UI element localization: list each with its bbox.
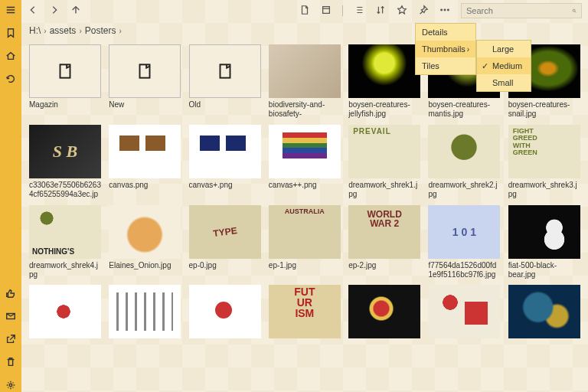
item-label: Elaines_Onion.jpg <box>109 261 181 270</box>
file-grid: MagazinNewOldbiodiversity-and-biosafety-… <box>21 40 588 392</box>
settings-icon[interactable] <box>5 380 16 392</box>
thumbnail <box>189 125 261 178</box>
file-item[interactable]: biodiversity-and-biosafety-awareness... <box>269 44 341 119</box>
top-toolbar <box>21 0 588 21</box>
folder-icon <box>189 44 261 98</box>
thumbnail <box>269 205 341 259</box>
svg-point-5 <box>448 9 449 11</box>
thumbnail <box>269 125 341 178</box>
mail-icon[interactable] <box>5 311 16 323</box>
search-icon <box>572 5 577 16</box>
file-item[interactable] <box>348 285 420 341</box>
svg-point-1 <box>9 384 12 387</box>
file-item[interactable] <box>428 285 500 341</box>
item-label: dreamwork_shrek2.jpg <box>428 181 500 198</box>
thumbnail <box>109 125 181 178</box>
thumbnail <box>428 125 500 178</box>
file-item[interactable]: canvas+.png <box>189 125 261 199</box>
item-label: New <box>109 100 181 109</box>
thumbnail <box>348 285 420 338</box>
size-medium[interactable]: ✓Medium <box>477 57 531 74</box>
view-menu-details[interactable]: Details <box>416 24 475 41</box>
file-item[interactable]: dreamwork_shrek2.jpg <box>428 125 500 199</box>
item-label: dreamwork_shrek1.jpg <box>348 181 420 198</box>
file-item[interactable]: canvas++.png <box>269 125 341 199</box>
thumbnail <box>29 205 101 259</box>
file-item[interactable] <box>269 285 341 341</box>
bookmark-icon[interactable] <box>5 28 16 40</box>
item-label: ep-0.jpg <box>189 261 261 270</box>
file-item[interactable]: ep-0.jpg <box>189 205 261 279</box>
file-item[interactable]: c33063e75506b62634cf65255994a3ec.jpg <box>29 125 101 199</box>
check-icon: ✓ <box>482 61 489 71</box>
home-icon[interactable] <box>5 51 16 63</box>
file-item[interactable]: dreamwork_shrek1.jpg <box>348 125 420 199</box>
item-label: fiat-500-black-bear.jpg <box>508 261 580 279</box>
forward-icon[interactable] <box>49 5 60 17</box>
view-menu-thumbnails[interactable]: Thumbnails› <box>416 41 475 57</box>
trash-icon[interactable] <box>5 357 16 369</box>
thumbnail <box>109 285 181 338</box>
pin-icon[interactable] <box>418 5 429 17</box>
item-label: Magazin <box>29 100 101 109</box>
folder-item[interactable]: Old <box>189 44 261 119</box>
item-label: c33063e75506b62634cf65255994a3ec.jpg <box>29 181 101 199</box>
item-label: canvas++.png <box>269 181 341 190</box>
svg-point-4 <box>444 9 446 11</box>
folder-icon <box>109 44 181 98</box>
refresh-icon[interactable] <box>5 74 16 86</box>
file-item[interactable]: dreamwork_shrek4.jpg <box>29 205 101 279</box>
new-window-icon[interactable] <box>321 5 332 17</box>
like-icon[interactable] <box>5 288 16 300</box>
file-item[interactable] <box>508 285 580 341</box>
file-item[interactable]: Elaines_Onion.jpg <box>109 205 181 279</box>
thumbnail <box>189 285 261 338</box>
thumbnail <box>428 285 500 338</box>
item-label: biodiversity-and-biosafety-awareness... <box>269 100 341 119</box>
crumb-assets[interactable]: assets <box>50 25 77 36</box>
view-menu[interactable]: Details Thumbnails› Tiles <box>415 23 476 75</box>
file-item[interactable] <box>109 285 181 341</box>
thumbnail <box>109 205 181 259</box>
folder-item[interactable]: New <box>109 44 181 119</box>
chevron-right-icon: › <box>467 45 469 54</box>
size-submenu[interactable]: Large ✓Medium Small <box>476 40 531 92</box>
item-label: ep-1.jpg <box>269 261 341 270</box>
file-item[interactable]: fiat-500-black-bear.jpg <box>508 205 580 279</box>
more-icon[interactable] <box>439 5 450 17</box>
size-small[interactable]: Small <box>477 74 531 91</box>
size-large[interactable]: Large <box>477 41 531 57</box>
file-item[interactable]: dreamwork_shrek3.jpg <box>508 125 580 199</box>
crumb-posters[interactable]: Posters <box>85 25 116 36</box>
share-icon[interactable] <box>5 334 16 346</box>
crumb-root[interactable]: H:\ <box>29 25 41 36</box>
file-item[interactable] <box>29 285 101 341</box>
side-rail <box>0 0 21 392</box>
file-item[interactable]: boysen-creatures-jellyfish.jpg <box>348 44 420 119</box>
folder-icon <box>29 44 101 98</box>
sort-icon[interactable] <box>375 5 386 17</box>
thumbnail <box>508 205 580 259</box>
file-item[interactable]: canvas.png <box>109 125 181 199</box>
main-area: H:\› assets› Posters› Details Thumbnails… <box>21 0 588 392</box>
list-icon[interactable] <box>354 5 364 17</box>
search-input[interactable] <box>466 6 572 15</box>
item-label: canvas.png <box>109 181 181 190</box>
back-icon[interactable] <box>28 5 38 17</box>
thumbnail <box>269 285 341 338</box>
menu-icon[interactable] <box>5 5 16 17</box>
new-file-icon[interactable] <box>299 5 310 17</box>
svg-point-3 <box>441 9 443 11</box>
folder-item[interactable]: Magazin <box>29 44 101 119</box>
view-menu-tiles[interactable]: Tiles <box>416 57 475 74</box>
file-item[interactable]: ep-1.jpg <box>269 205 341 279</box>
star-icon[interactable] <box>397 5 407 17</box>
file-item[interactable] <box>189 285 261 341</box>
file-item[interactable]: ep-2.jpg <box>348 205 420 279</box>
file-item[interactable]: f77564da1526d00fd1e9f5116bc97f6.jpg <box>428 205 500 279</box>
breadcrumb[interactable]: H:\› assets› Posters› <box>21 21 588 40</box>
thumbnail <box>348 44 420 98</box>
up-icon[interactable] <box>70 5 81 17</box>
search-box[interactable] <box>461 3 582 18</box>
item-label: boysen-creatures-mantis.jpg <box>428 100 500 118</box>
